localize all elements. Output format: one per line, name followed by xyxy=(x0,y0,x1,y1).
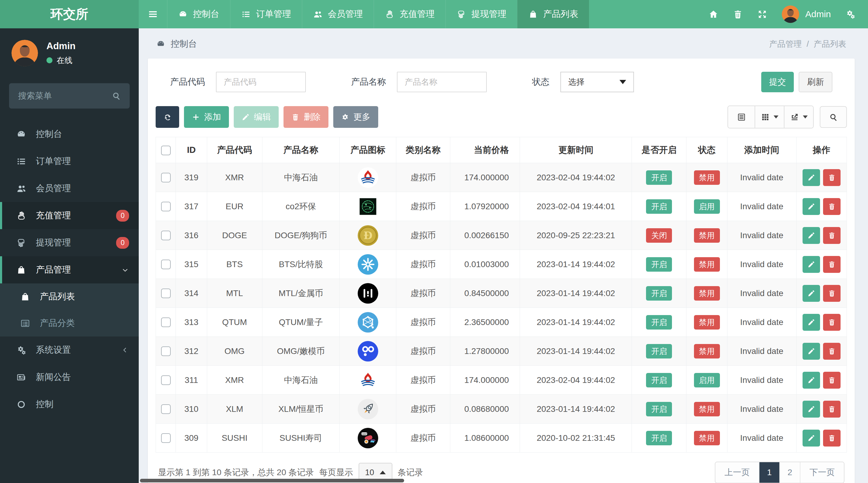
select-all-header-cell xyxy=(156,137,176,163)
row-delete-button[interactable] xyxy=(823,401,841,418)
sidebar: Admin 在线 控制台订单管理会员管理充值管理0提现管理0产品管理产品列表产品… xyxy=(0,28,139,483)
columns-button[interactable] xyxy=(755,106,784,128)
caret-down-icon xyxy=(803,116,808,119)
row-checkbox[interactable] xyxy=(161,289,171,298)
add-button[interactable]: 添加 xyxy=(184,106,229,128)
table-row: 311XMR中海石油虚拟币174.0000002023-02-04 19:44:… xyxy=(156,366,847,395)
row-checkbox[interactable] xyxy=(161,318,171,327)
sidebar-item-orders[interactable]: 订单管理 xyxy=(0,148,139,175)
cell-id: 314 xyxy=(176,279,207,308)
pagination-page-2[interactable]: 2 xyxy=(780,462,801,483)
status-state-cell: 禁用 xyxy=(686,395,727,424)
status-state-cell: 禁用 xyxy=(686,163,727,192)
submit-button[interactable]: 提交 xyxy=(761,72,794,92)
table-row: 317EURco2环保虚拟币1.079200002023-02-04 19:44… xyxy=(156,192,847,221)
cell-actions xyxy=(796,424,846,453)
row-edit-button[interactable] xyxy=(803,198,820,215)
horizontal-scrollbar[interactable] xyxy=(140,479,404,482)
open-state-badge: 开启 xyxy=(646,315,672,329)
sidebar-item-control[interactable]: 控制 xyxy=(0,391,139,418)
pagination-page-1[interactable]: 1 xyxy=(760,462,780,483)
row-edit-button[interactable] xyxy=(803,285,820,302)
nav-item-dashboard[interactable]: 控制台 xyxy=(167,0,230,28)
row-delete-button[interactable] xyxy=(823,285,841,302)
sidebar-item-members[interactable]: 会员管理 xyxy=(0,175,139,202)
sidebar-item-product-category[interactable]: 产品分类 xyxy=(0,310,139,336)
brand-logo[interactable]: 环交所 xyxy=(0,0,139,28)
row-delete-button[interactable] xyxy=(823,314,841,331)
trash-icon[interactable] xyxy=(733,9,743,19)
sidebar-item-news[interactable]: 新闻公告 xyxy=(0,364,139,391)
row-delete-button[interactable] xyxy=(823,198,841,215)
dashboard-icon xyxy=(178,10,188,19)
select-all-checkbox[interactable] xyxy=(161,146,171,155)
edit-button[interactable]: 编辑 xyxy=(234,106,279,128)
nav-item-withdraw[interactable]: 提现管理 xyxy=(445,0,517,28)
nav-item-product-list[interactable]: 产品列表 xyxy=(517,0,589,28)
cell-price: 0.08680000 xyxy=(450,395,520,424)
row-delete-button[interactable] xyxy=(823,430,841,447)
open-state-badge: 开启 xyxy=(646,373,672,387)
sidebar-toggle-button[interactable] xyxy=(139,0,167,28)
cell-product-code: MTL xyxy=(207,279,262,308)
sidebar-item-recharge[interactable]: 充值管理0 xyxy=(0,202,139,229)
sidebar-item-product-list[interactable]: 产品列表 xyxy=(0,283,139,310)
product-name-input[interactable] xyxy=(397,72,487,92)
row-delete-button[interactable] xyxy=(823,372,841,389)
cell-product-name: SUSHI寿司 xyxy=(262,424,340,453)
row-edit-button[interactable] xyxy=(803,314,820,331)
row-edit-button[interactable] xyxy=(803,343,820,360)
row-checkbox[interactable] xyxy=(161,404,171,414)
nav-item-recharge[interactable]: 充值管理 xyxy=(374,0,445,28)
row-edit-button[interactable] xyxy=(803,227,820,244)
trash-icon xyxy=(828,347,836,355)
sidebar-item-system-settings[interactable]: 系统设置 xyxy=(0,336,139,364)
users-icon xyxy=(15,184,27,194)
row-delete-button[interactable] xyxy=(823,256,841,273)
home-icon[interactable] xyxy=(709,9,718,19)
refresh-button[interactable]: 刷新 xyxy=(799,72,832,92)
cell-product-name: 中海石油 xyxy=(262,163,340,192)
status-select[interactable]: 选择 xyxy=(560,72,634,92)
nav-item-orders[interactable]: 订单管理 xyxy=(230,0,302,28)
pagination-next[interactable]: 下一页 xyxy=(801,462,844,483)
pagination-prev[interactable]: 上一页 xyxy=(715,462,760,483)
sidebar-item-dashboard[interactable]: 控制台 xyxy=(0,121,139,148)
row-checkbox[interactable] xyxy=(161,202,171,211)
sidebar-item-withdraw[interactable]: 提现管理0 xyxy=(0,229,139,256)
row-delete-button[interactable] xyxy=(823,227,841,244)
open-state-cell: 开启 xyxy=(632,192,686,221)
row-checkbox[interactable] xyxy=(161,173,171,183)
row-edit-button[interactable] xyxy=(803,169,820,186)
row-delete-button[interactable] xyxy=(823,343,841,360)
cnooc-logo xyxy=(358,167,378,188)
row-edit-button[interactable] xyxy=(803,372,820,389)
column-header-7: 是否开启 xyxy=(632,137,686,163)
row-edit-button[interactable] xyxy=(803,430,820,447)
user-menu[interactable]: Admin xyxy=(782,5,831,23)
row-checkbox[interactable] xyxy=(161,260,171,269)
trash-icon xyxy=(828,203,836,211)
reload-button[interactable] xyxy=(156,106,179,128)
settings-gears-icon[interactable] xyxy=(845,9,855,19)
fullscreen-icon[interactable] xyxy=(757,9,767,19)
delete-button-label: 删除 xyxy=(304,111,320,123)
row-checkbox[interactable] xyxy=(161,433,171,443)
table-search-button[interactable] xyxy=(820,106,847,128)
nav-item-members[interactable]: 会员管理 xyxy=(302,0,374,28)
breadcrumb-parent[interactable]: 产品管理 xyxy=(769,39,802,50)
more-button[interactable]: 更多 xyxy=(333,106,378,128)
row-checkbox[interactable] xyxy=(161,231,171,240)
row-checkbox[interactable] xyxy=(161,375,171,385)
row-checkbox[interactable] xyxy=(161,347,171,356)
product-code-input[interactable] xyxy=(216,72,306,92)
delete-button[interactable]: 删除 xyxy=(283,106,329,128)
cell-product-icon xyxy=(340,250,396,279)
row-edit-button[interactable] xyxy=(803,401,820,418)
detail-view-button[interactable] xyxy=(728,106,755,128)
sidebar-item-product-manage[interactable]: 产品管理 xyxy=(0,256,139,283)
row-delete-button[interactable] xyxy=(823,169,841,186)
export-button[interactable] xyxy=(784,106,813,128)
row-edit-button[interactable] xyxy=(803,256,820,273)
pencil-icon xyxy=(807,231,815,239)
